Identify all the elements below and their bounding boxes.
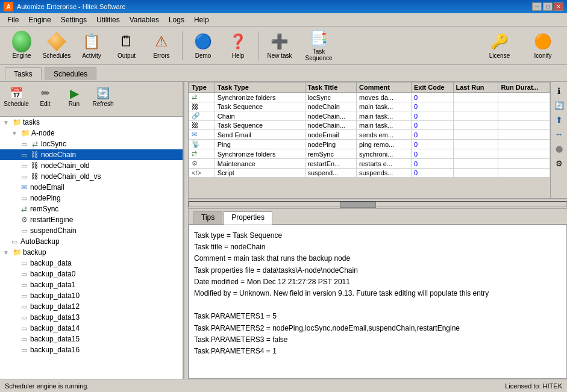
tree-item-backup_data13[interactable]: ▭ backup_data13 (0, 312, 183, 323)
menu-help[interactable]: Help (189, 14, 214, 25)
window-controls: ─ □ ✕ (532, 2, 563, 11)
row-task-type: Synchronize folders (215, 149, 305, 159)
minimize-button[interactable]: ─ (532, 2, 542, 11)
refresh-button[interactable]: 🔄 Refresh (89, 84, 117, 109)
engine-button[interactable]: Engine (5, 30, 39, 62)
tree-item-nodeEmail[interactable]: ✉ nodeEmail (0, 182, 183, 193)
table-row[interactable]: ✉ Send Email nodeEmail sends em... 0 (189, 130, 550, 140)
output-button[interactable]: 🗒 Output (110, 30, 143, 62)
schedules-button[interactable]: Schedules (40, 30, 74, 62)
tree-item-backup_data16[interactable]: ▭ backup_data16 (0, 344, 183, 355)
menu-variables[interactable]: Variables (125, 14, 164, 25)
tab-tips[interactable]: Tips (193, 211, 222, 224)
tree-item-backup_data12[interactable]: ▭ backup_data12 (0, 301, 183, 312)
iconify-button[interactable]: 🟠 Iconify (524, 30, 562, 62)
table-scroll-area[interactable]: Type Task Type Task Title Comment Exit C… (189, 82, 550, 198)
row-run-durat (498, 102, 550, 111)
table-row[interactable]: ⚙ Maintenance restartEn... restarts e...… (189, 159, 550, 169)
menu-utilities[interactable]: Utilities (92, 14, 125, 25)
col-task-type: Task Type (215, 82, 305, 93)
demo-button[interactable]: 🔵 Demo (186, 30, 220, 62)
tree-item-nodeChain[interactable]: ▭ ⛓ nodeChain (0, 149, 183, 160)
row-task-title: suspend... (305, 169, 357, 178)
tree-label: backup_data (30, 259, 72, 267)
tree-item-tasks-root[interactable]: ▼ 📁 tasks (0, 117, 183, 128)
errors-label: Errors (153, 52, 169, 59)
menu-file[interactable]: File (2, 14, 23, 25)
task-icon: ▭ (19, 334, 29, 344)
close-button[interactable]: ✕ (554, 2, 563, 11)
task-icon: ▭ (19, 150, 29, 160)
activity-button[interactable]: 📋 Activity (75, 30, 108, 62)
row-task-title: nodeChain... (305, 111, 357, 121)
tree-item-backup_data0[interactable]: ▭ backup_data0 (0, 269, 183, 279)
tree-label: A-node (31, 129, 55, 137)
table-row[interactable]: </> Script suspend... suspends... 0 (189, 169, 550, 178)
nav-up-button[interactable]: ⬆ (553, 113, 566, 126)
tab-properties[interactable]: Properties (224, 211, 272, 225)
table-row[interactable]: 🔗 Chain nodeChain... main task... 0 (189, 111, 550, 121)
tree-item-restartEngine[interactable]: ⚙ restartEngine (0, 214, 183, 225)
row-run-durat (498, 111, 550, 121)
errors-icon: ⚠ (152, 32, 171, 51)
tree-item-backup[interactable]: ▼ 📁 backup (0, 247, 183, 258)
tree-label: suspendChain (30, 226, 77, 235)
tree-item-backup_data10[interactable]: ▭ backup_data10 (0, 290, 183, 301)
edit-button[interactable]: ✏ Edit (31, 84, 59, 109)
run-button[interactable]: ▶ Run (60, 84, 88, 109)
row-task-type: Chain (215, 111, 305, 121)
tree-item-a-node[interactable]: ▼ 📁 A-node (0, 128, 183, 138)
errors-button[interactable]: ⚠ Errors (145, 30, 178, 62)
maximize-button[interactable]: □ (543, 2, 553, 11)
left-toolbar-row: 📅 Schedule ✏ Edit ▶ Run 🔄 Refresh (0, 82, 183, 109)
tree-item-locSync[interactable]: ▭ ⇄ locSync (0, 138, 183, 149)
title-bar: A Automize Enterprise - Hitek Software ─… (0, 0, 567, 13)
table-row[interactable]: ⇄ Synchronize folders remSync synchroni.… (189, 149, 550, 159)
schedule-button[interactable]: 📅 Schedule (2, 84, 30, 109)
tree-item-backup_data15[interactable]: ▭ backup_data15 (0, 334, 183, 344)
table-row[interactable]: ⛓ Task Sequence nodeChain... main task..… (189, 121, 550, 130)
tree-item-nodeChain_old[interactable]: ▭ ⛓ nodeChain_old (0, 160, 183, 171)
tree-item-nodePing[interactable]: ▭ nodePing (0, 193, 183, 204)
menu-engine[interactable]: Engine (23, 14, 55, 25)
table-row[interactable]: ⛓ Task Sequence nodeChain main task... 0 (189, 102, 550, 111)
row-run-durat (498, 140, 550, 149)
tab-tasks[interactable]: Tasks (5, 67, 42, 81)
tree-area[interactable]: ▼ 📁 tasks ▼ 📁 A-node ▭ ⇄ locSync ▭ ⛓ nod… (0, 117, 183, 379)
license-label: License (489, 52, 510, 59)
tree-item-backup_data[interactable]: ▭ backup_data (0, 258, 183, 269)
row-type: ✉ (189, 130, 215, 140)
task-sequence-button[interactable]: 📑 Task Sequence (298, 30, 340, 62)
engine-label: Engine (12, 52, 31, 59)
tree-item-autobackup[interactable]: ▭ AutoBackup (0, 236, 183, 247)
license-button[interactable]: 🔑 License (480, 30, 519, 62)
refresh2-button[interactable]: 🔄 (553, 99, 566, 112)
tree-item-remSync[interactable]: ⇄ remSync (0, 204, 183, 214)
menu-settings[interactable]: Settings (56, 14, 92, 25)
settings-circle-button[interactable]: ⚙ (553, 157, 566, 170)
row-run-durat (498, 159, 550, 169)
property-line-2: Task title = nodeChain (194, 241, 562, 253)
task-table-wrapper[interactable]: Type Task Type Task Title Comment Exit C… (189, 82, 550, 198)
table-hscrollbar[interactable] (189, 199, 567, 209)
tree-item-nodeChain_old_vs[interactable]: ▭ ⛓ nodeChain_old_vs (0, 171, 183, 182)
info-button[interactable]: ℹ (553, 84, 566, 98)
help-button[interactable]: ❓ Help (221, 30, 255, 62)
row-last-run (453, 102, 498, 111)
table-row[interactable]: 📡 Ping nodePing ping remo... 0 (189, 140, 550, 149)
iconify-icon: 🟠 (533, 32, 553, 51)
nav-arrows-button[interactable]: ↔ (553, 128, 566, 141)
tree-item-backup_data1[interactable]: ▭ backup_data1 (0, 279, 183, 290)
ping-icon: ▭ (19, 193, 29, 203)
col-exit-code: Exit Code (412, 82, 454, 93)
tree-item-suspendChain[interactable]: ▭ suspendChain (0, 225, 183, 236)
tree-item-backup_data14[interactable]: ▭ backup_data14 (0, 323, 183, 334)
new-task-button[interactable]: ➕ New task (263, 30, 296, 62)
menu-logs[interactable]: Logs (164, 14, 189, 25)
table-row[interactable]: ⇄ Synchronize folders locSync moves da..… (189, 93, 550, 102)
circle-tool-button[interactable]: ⬤ (553, 142, 566, 155)
row-comment: synchroni... (357, 149, 412, 159)
tab-schedules[interactable]: Schedules (45, 67, 96, 80)
resize-handle[interactable] (184, 82, 189, 379)
row-type: </> (189, 169, 215, 178)
